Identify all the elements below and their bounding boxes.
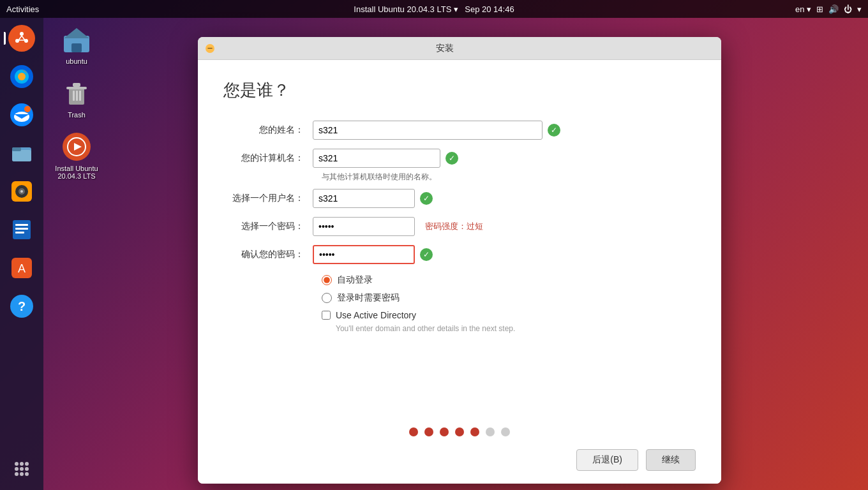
volume-icon[interactable]: 🔊 [828,4,839,14]
svg-point-25 [15,462,19,466]
username-input[interactable] [313,189,415,208]
install-title-button[interactable]: Install Ubuntu 20.04.3 LTS ▾ [354,4,458,14]
password-input-wrap: 密码强度：过短 [313,217,696,236]
network-icon[interactable]: ⊞ [816,4,823,14]
rhythmbox-icon [8,178,35,205]
thunderbird-icon [8,101,35,128]
active-directory-row: Use Active Directory [322,310,696,320]
username-input-wrap: ✓ [313,189,696,208]
active-directory-checkbox[interactable] [322,311,331,320]
require-password-radio[interactable] [322,293,332,303]
computer-hint: 与其他计算机联络时使用的名称。 [322,172,696,182]
svg-rect-18 [15,224,28,226]
sidebar-item-rhythmbox[interactable] [4,174,40,209]
auto-login-label: 自动登录 [337,274,373,286]
svg-rect-19 [15,228,28,230]
password-label: 选择一个密码： [223,221,313,232]
home-icon-label: ubuntu [66,57,87,65]
svg-point-6 [18,73,26,80]
window-footer: 后退(B) 继续 [198,415,721,484]
home-folder-icon [61,24,92,55]
svg-point-30 [25,467,29,471]
firefox-icon [8,63,35,90]
installer-icon [61,131,92,162]
help-icon: ? [8,293,35,320]
trash-icon-label: Trash [68,111,86,119]
sidebar-item-files[interactable] [4,135,40,171]
ubuntu-icon [8,25,35,52]
sidebar-item-ubuntu[interactable] [4,20,40,56]
desktop: A ? [0,18,868,490]
name-input[interactable] [313,121,542,140]
sidebar-item-thunderbird[interactable] [4,97,40,133]
confirm-valid-icon: ✓ [420,248,433,261]
progress-dot-2 [424,427,433,436]
desktop-icon-installer[interactable]: Install Ubuntu20.04.3 LTS [51,131,102,180]
password-row: 选择一个密码： 密码强度：过短 [223,217,696,236]
desktop-icons-area: ubuntu Trash [51,24,102,180]
svg-rect-11 [12,150,31,161]
desktop-icon-home[interactable]: ubuntu [51,24,102,65]
page-title: 您是谁？ [223,79,696,101]
computer-input-wrap: ✓ [313,149,696,168]
button-row: 后退(B) 继续 [223,449,696,471]
svg-rect-42 [79,91,81,101]
confirm-password-row: 确认您的密码： ✓ [223,245,696,264]
datetime-label: Sep 20 14:46 [465,4,514,14]
confirm-password-input[interactable] [313,245,415,264]
progress-dot-7 [501,427,510,436]
options-section: 自动登录 登录时需要密码 Use Active Directory You'll… [322,274,696,333]
svg-rect-41 [76,91,78,101]
window-title: 安装 [214,43,675,54]
power-icon[interactable]: ⏻ [844,4,852,14]
svg-point-26 [20,462,24,466]
svg-point-28 [15,467,19,471]
username-label: 选择一个用户名： [223,193,313,204]
desktop-icon-trash[interactable]: Trash [51,78,102,119]
system-menu-icon[interactable]: ▾ [857,4,862,14]
svg-point-16 [20,190,23,193]
svg-point-31 [15,472,19,476]
sidebar-item-libreoffice[interactable] [4,212,40,248]
language-button[interactable]: en ▾ [795,4,811,14]
back-button[interactable]: 后退(B) [576,449,638,471]
progress-dot-4 [455,427,464,436]
auto-login-radio[interactable] [322,275,332,285]
svg-point-33 [25,472,29,476]
svg-text:A: A [18,262,26,275]
confirm-input-wrap: ✓ [313,245,696,264]
libreoffice-icon [8,216,35,243]
computer-name-row: 您的计算机名： ✓ [223,149,696,168]
svg-rect-38 [66,87,87,89]
install-title-label: Install Ubuntu 20.04.3 LTS [354,4,451,14]
sidebar-item-firefox[interactable] [4,59,40,94]
password-input[interactable] [313,217,415,236]
progress-dot-5 [470,427,479,436]
require-password-option[interactable]: 登录时需要密码 [322,292,696,304]
name-input-wrap: ✓ [313,121,696,140]
name-row: 您的姓名： ✓ [223,121,696,140]
activities-button[interactable]: Activities [6,4,39,14]
install-dropdown-icon: ▾ [454,4,458,14]
installer-window: ─ 安装 您是谁？ 您的姓名： ✓ 您的计算机名： ✓ [198,37,721,484]
window-minimize-button[interactable]: ─ [206,44,214,53]
progress-dot-1 [409,427,418,436]
continue-button[interactable]: 继续 [646,449,696,471]
require-password-label: 登录时需要密码 [337,292,400,304]
progress-dots [223,427,696,436]
svg-point-27 [25,462,29,466]
username-row: 选择一个用户名： ✓ [223,189,696,208]
sidebar-item-appstore[interactable]: A [4,250,40,286]
svg-text:?: ? [18,299,26,313]
username-valid-icon: ✓ [420,192,433,205]
appstore-icon: A [8,255,35,281]
trash-icon [61,78,92,108]
computer-name-input[interactable] [313,149,440,168]
apps-grid-button[interactable] [8,456,35,482]
svg-point-32 [20,472,24,476]
sidebar: A ? [0,18,43,490]
auto-login-option[interactable]: 自动登录 [322,274,696,286]
computer-label: 您的计算机名： [223,152,313,164]
sidebar-item-help[interactable]: ? [4,288,40,324]
active-directory-hint: You'll enter domain and other details in… [336,324,696,333]
